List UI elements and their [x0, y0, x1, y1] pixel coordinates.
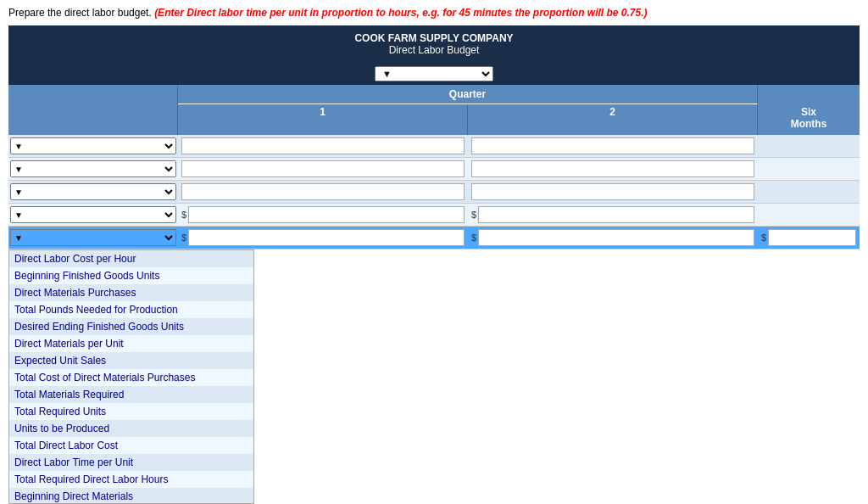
list-item[interactable]: Total Cost of Direct Materials Purchases — [9, 369, 253, 386]
list-item[interactable]: Total Materials Required — [9, 386, 253, 403]
row3-col2[interactable] — [468, 181, 758, 203]
row4-col2-input[interactable] — [478, 206, 754, 223]
instruction-bar: Prepare the direct labor budget. (Enter … — [0, 0, 868, 25]
row3-col1-input[interactable] — [181, 183, 465, 200]
row4-col1-input[interactable] — [188, 206, 465, 223]
report-title: Direct Labor Budget — [12, 44, 856, 56]
row2-col2[interactable] — [468, 158, 758, 180]
list-item[interactable]: Beginning Finished Goods Units — [9, 267, 253, 284]
six-months-header-top — [758, 85, 860, 104]
row5-col2-input[interactable] — [478, 229, 754, 246]
list-item[interactable]: Total Pounds Needed for Production — [9, 301, 253, 318]
quarter-header: Quarter — [178, 85, 758, 104]
row1-six-months — [758, 143, 860, 148]
row5-label[interactable]: ▼ — [8, 227, 178, 249]
row5-col2[interactable]: $ — [468, 227, 758, 249]
row2-col1-input[interactable] — [181, 160, 465, 177]
row4-select[interactable]: ▼ — [10, 206, 176, 223]
col1-header: 1 — [178, 104, 468, 135]
list-item[interactable]: Direct Labor Cost per Hour — [9, 250, 253, 267]
row4-six-months — [758, 212, 860, 217]
list-item[interactable]: Expected Unit Sales — [9, 352, 253, 369]
row5-col1-dollar: $ — [181, 232, 186, 243]
row3-label[interactable]: ▼ — [8, 181, 178, 203]
company-name: COOK FARM SUPPLY COMPANY — [12, 32, 856, 44]
row5-six-dollar: $ — [761, 232, 766, 243]
list-item[interactable]: Units to be Produced — [9, 420, 253, 437]
row2-six-months — [758, 166, 860, 171]
row2-label[interactable]: ▼ — [8, 158, 178, 180]
row3-select[interactable]: ▼ — [10, 183, 176, 200]
blank-subheader — [8, 104, 178, 135]
row1-select[interactable]: ▼ — [10, 137, 176, 154]
table-section: COOK FARM SUPPLY COMPANY Direct Labor Bu… — [0, 25, 868, 249]
instruction-italic: (Enter Direct labor time per unit in pro… — [154, 7, 647, 19]
row5-col2-dollar: $ — [471, 232, 476, 243]
row3-col1[interactable] — [178, 181, 468, 203]
data-row-3: ▼ — [8, 181, 860, 204]
main-dropdown-row[interactable]: ▼ — [8, 63, 860, 85]
list-item[interactable]: Total Required Units — [9, 403, 253, 420]
six-months-header: SixMonths — [758, 104, 860, 135]
list-item[interactable]: Direct Materials per Unit — [9, 335, 253, 352]
row1-col2[interactable] — [468, 135, 758, 157]
list-item[interactable]: Desired Ending Finished Goods Units — [9, 318, 253, 335]
row4-label[interactable]: ▼ — [8, 204, 178, 226]
row1-label[interactable]: ▼ — [8, 135, 178, 157]
blank-header — [8, 85, 178, 104]
row5-six-months[interactable]: $ — [758, 227, 860, 249]
col2-header: 2 — [468, 104, 758, 135]
row3-six-months — [758, 189, 860, 194]
row2-select[interactable]: ▼ — [10, 160, 176, 177]
row2-col1[interactable] — [178, 158, 468, 180]
row5-six-months-input[interactable] — [768, 229, 856, 246]
instruction-prefix: Prepare the direct labor budget. — [8, 7, 152, 19]
row4-col1[interactable]: $ — [178, 204, 468, 226]
row1-col1[interactable] — [178, 135, 468, 157]
lower-section: Direct Labor Cost per HourBeginning Fini… — [0, 249, 868, 504]
company-header: COOK FARM SUPPLY COMPANY Direct Labor Bu… — [8, 25, 860, 63]
list-item[interactable]: Beginning Direct Materials — [9, 488, 253, 504]
data-row-5-active: ▼ $ $ $ — [8, 227, 860, 249]
data-row-2: ▼ — [8, 158, 860, 181]
row1-col2-input[interactable] — [471, 137, 754, 154]
data-row-4: ▼ $ $ — [8, 204, 860, 227]
row5-select[interactable]: ▼ — [10, 229, 176, 246]
row5-col1[interactable]: $ — [178, 227, 468, 249]
row3-col2-input[interactable] — [471, 183, 754, 200]
main-select[interactable]: ▼ — [375, 66, 493, 81]
list-item[interactable]: Total Direct Labor Cost — [9, 437, 253, 454]
data-row-1: ▼ — [8, 135, 860, 158]
row1-col1-input[interactable] — [181, 137, 465, 154]
row4-col2[interactable]: $ — [468, 204, 758, 226]
row4-col2-dollar: $ — [471, 210, 476, 220]
dropdown-list[interactable]: Direct Labor Cost per HourBeginning Fini… — [8, 249, 254, 504]
row4-col1-dollar: $ — [181, 210, 186, 220]
row2-col2-input[interactable] — [471, 160, 754, 177]
list-item[interactable]: Direct Materials Purchases — [9, 284, 253, 301]
list-item[interactable]: Total Required Direct Labor Hours — [9, 471, 253, 488]
list-item[interactable]: Direct Labor Time per Unit — [9, 454, 253, 471]
row5-col1-input[interactable] — [188, 229, 465, 246]
